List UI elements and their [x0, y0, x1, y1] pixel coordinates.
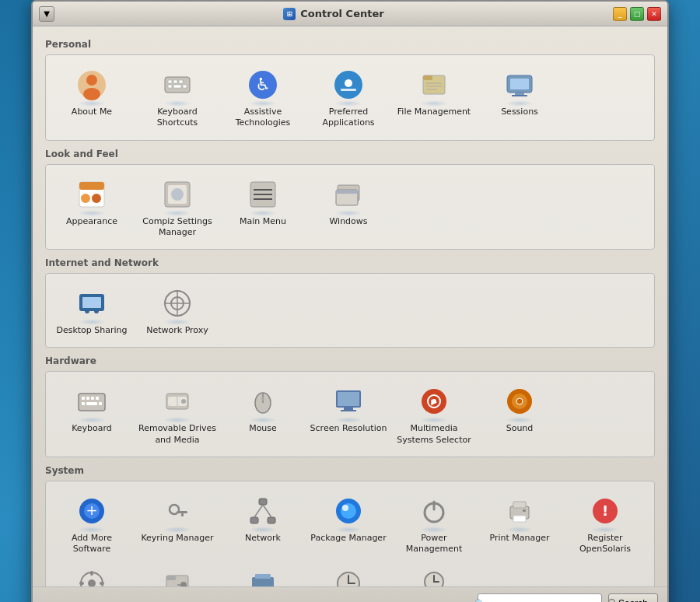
label-multimedia-systems: Multimedia Systems Selector — [394, 423, 474, 446]
icon-about-me — [73, 66, 110, 103]
item-removable-drives[interactable]: Removable Drives and Media — [135, 378, 220, 450]
item-keyboard-shortcuts[interactable]: Keyboard Shortcuts — [135, 61, 220, 134]
item-add-software[interactable]: +Add More Software — [49, 488, 135, 560]
item-compiz-settings[interactable]: Compiz Settings Manager — [135, 171, 220, 243]
label-screen-resolution: Screen Resolution — [310, 423, 387, 434]
item-network-proxy[interactable]: Network Proxy — [135, 280, 220, 341]
close-button[interactable]: ✕ — [647, 7, 661, 21]
icon-removable-drives — [159, 383, 196, 420]
svg-text:!: ! — [602, 502, 608, 519]
svg-rect-14 — [341, 89, 356, 91]
icon-time-data — [330, 565, 367, 586]
item-time-slider[interactable]: Time Slider Setup — [391, 560, 477, 586]
svg-rect-4 — [168, 80, 172, 83]
svg-rect-9 — [183, 85, 187, 88]
item-mouse[interactable]: Mouse — [220, 378, 306, 450]
item-services[interactable]: Services — [49, 560, 135, 586]
svg-rect-50 — [96, 397, 99, 400]
item-package-manager[interactable]: Package Manager — [306, 488, 391, 560]
item-print-manager[interactable]: Print Manager — [477, 488, 562, 560]
icon-file-management — [415, 66, 453, 103]
item-screen-resolution[interactable]: Screen Resolution — [306, 378, 391, 450]
icon-keyring-manager — [159, 492, 196, 530]
item-keyring-manager[interactable]: Keyring Manager — [135, 488, 220, 560]
item-register-opensolaris[interactable]: !Register OpenSolaris — [562, 488, 648, 560]
section-items-internet-network: Desktop SharingNetwork Proxy — [45, 273, 655, 348]
minimize-button[interactable]: _ — [613, 7, 627, 21]
svg-line-82 — [263, 505, 271, 517]
svg-rect-96 — [90, 571, 93, 576]
icon-sound — [501, 383, 538, 420]
svg-rect-51 — [82, 402, 85, 405]
item-windows[interactable]: Windows — [306, 171, 391, 243]
section-system: System+Add More SoftwareKeyring ManagerN… — [45, 462, 655, 586]
section-items-system: +Add More SoftwareKeyring ManagerNetwork… — [45, 481, 655, 586]
window-menu-button[interactable]: ▼ — [39, 6, 54, 22]
item-network[interactable]: Network — [220, 488, 306, 560]
search-input[interactable] — [478, 593, 602, 602]
titlebar-center: ⊞ Control Center — [283, 8, 383, 20]
item-preferred-applications[interactable]: Preferred Applications — [306, 61, 391, 134]
icon-network-proxy — [159, 285, 196, 322]
icon-keyboard-shortcuts — [159, 66, 196, 103]
label-keyring-manager: Keyring Manager — [141, 533, 213, 544]
svg-rect-52 — [86, 402, 97, 405]
label-removable-drives: Removable Drives and Media — [138, 423, 217, 446]
svg-point-27 — [92, 194, 101, 203]
item-sound[interactable]: Sound — [477, 378, 562, 450]
svg-rect-78 — [259, 499, 267, 505]
label-network-proxy: Network Proxy — [146, 325, 208, 336]
item-about-me[interactable]: About Me — [49, 61, 135, 134]
item-power-management[interactable]: Power Management — [391, 488, 477, 560]
svg-rect-101 — [166, 576, 176, 580]
svg-rect-104 — [255, 574, 271, 579]
item-shared-folders[interactable]: Shared Folders — [135, 560, 220, 586]
svg-text:♿: ♿ — [255, 75, 271, 94]
icon-screen-resolution — [330, 383, 367, 420]
svg-text:▶: ▶ — [431, 397, 437, 406]
item-assistive-technologies[interactable]: ♿Assistive Technologies — [220, 61, 306, 134]
svg-rect-64 — [341, 410, 356, 411]
svg-point-26 — [81, 194, 90, 203]
svg-point-60 — [261, 397, 264, 401]
label-print-manager: Print Manager — [489, 533, 549, 544]
section-items-look-feel: AppearanceCompiz Settings ManagerMain Me… — [45, 164, 655, 250]
item-main-menu[interactable]: Main Menu — [220, 171, 306, 243]
icon-assistive-technologies: ♿ — [244, 66, 282, 103]
svg-rect-8 — [173, 85, 181, 88]
svg-rect-49 — [91, 397, 94, 400]
icon-print-manager — [501, 492, 538, 530]
item-file-management[interactable]: File Management — [391, 61, 477, 134]
icon-desktop-sharing — [73, 285, 110, 322]
section-internet-network: Internet and NetworkDesktop SharingNetwo… — [45, 254, 655, 348]
section-personal: PersonalAbout MeKeyboard Shortcuts♿Assis… — [45, 36, 655, 141]
item-solaris-lp[interactable]: Solaris LP Print Manager — [220, 560, 306, 586]
item-appearance[interactable]: Appearance — [49, 171, 135, 243]
svg-point-71 — [516, 398, 523, 404]
svg-rect-89 — [513, 502, 526, 508]
svg-rect-16 — [423, 75, 432, 80]
svg-line-81 — [254, 505, 263, 517]
icon-preferred-applications — [330, 66, 367, 103]
item-sessions[interactable]: Sessions — [477, 61, 562, 134]
icon-register-opensolaris: ! — [586, 492, 624, 530]
item-keyboard[interactable]: Keyboard — [49, 378, 135, 450]
svg-rect-7 — [168, 85, 172, 88]
item-time-data[interactable]: Time and Data — [306, 560, 391, 586]
label-sound: Sound — [506, 423, 534, 434]
svg-rect-47 — [82, 397, 85, 400]
icon-mouse — [244, 383, 282, 420]
item-desktop-sharing[interactable]: Desktop Sharing — [49, 280, 135, 341]
svg-rect-99 — [100, 582, 104, 585]
svg-rect-6 — [179, 80, 183, 83]
svg-point-95 — [88, 579, 96, 586]
svg-rect-37 — [336, 190, 358, 194]
section-look-feel: Look and FeelAppearanceCompiz Settings M… — [45, 145, 655, 250]
section-items-hardware: KeyboardRemovable Drives and MediaMouseS… — [45, 371, 655, 457]
maximize-button[interactable]: □ — [630, 7, 644, 21]
label-keyboard: Keyboard — [72, 423, 112, 434]
section-hardware: HardwareKeyboardRemovable Drives and Med… — [45, 352, 655, 457]
svg-rect-90 — [513, 516, 526, 522]
icon-sessions — [501, 66, 538, 103]
item-multimedia-systems[interactable]: ▶Multimedia Systems Selector — [391, 378, 477, 450]
